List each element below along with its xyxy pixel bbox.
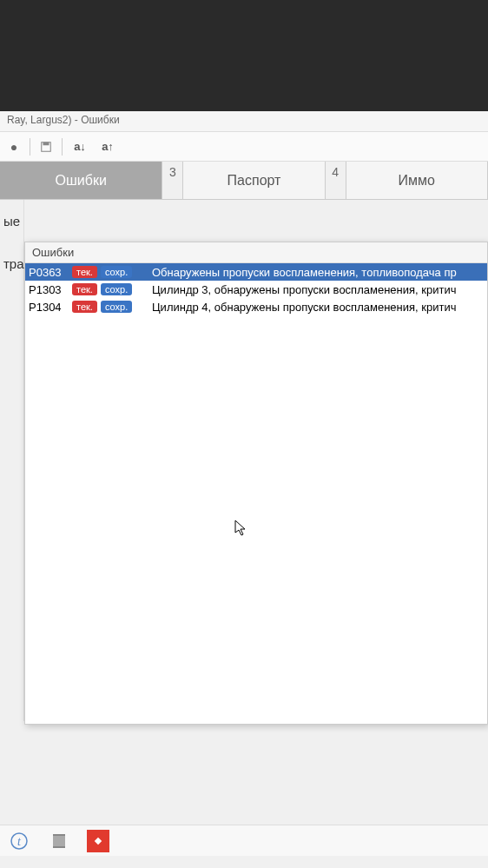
error-description: Цилиндр 4, обнаружены пропуски воспламен… [147,301,487,314]
error-row[interactable]: P1304 тек. сохр. Цилиндр 4, обнаружены п… [25,298,487,315]
film-strip-icon[interactable] [47,829,71,853]
info-icon[interactable]: t [7,829,31,853]
svg-text:t: t [17,835,22,848]
window-title: Ray, Largus2) - Ошибки [7,114,120,126]
error-badges: тек. сохр. [72,301,147,313]
text-decrease-button[interactable]: a↓ [68,136,92,157]
svg-rect-1 [43,142,49,145]
svg-rect-6 [53,846,65,848]
error-row[interactable]: P1303 тек. сохр. Цилиндр 3, обнаружены п… [25,281,487,298]
error-code: P1304 [25,301,72,314]
badge-current: тек. [72,283,97,295]
errors-list: P0363 тек. сохр. Обнаружены пропуски вос… [25,263,487,724]
tab-number: 4 [326,162,346,199]
badge-stored: сохр. [101,301,132,313]
toolbar-separator [30,138,30,156]
side-text-1: ые [0,200,23,242]
error-code: P0363 [25,266,72,279]
tab-label: Иммо [346,173,487,189]
tab-label: Ошибки [0,173,162,189]
badge-current: тек. [72,301,97,313]
tab-number: 3 [162,162,183,199]
badge-stored: сохр. [101,283,132,295]
badge-current: тек. [72,266,97,278]
error-code: P1303 [25,283,72,296]
text-increase-button[interactable]: a↑ [96,136,120,157]
record-button[interactable]: ● [3,136,24,157]
error-badges: тек. сохр. [72,266,147,278]
window-title-bar: Ray, Largus2) - Ошибки [0,111,488,132]
errors-panel-title: Ошибки [25,242,487,263]
error-description: Цилиндр 3, обнаружены пропуски воспламен… [147,283,487,296]
tab-errors[interactable]: Ошибки [0,162,162,199]
svg-rect-5 [53,834,65,836]
badge-stored: сохр. [101,266,132,278]
svg-rect-4 [53,834,65,848]
bottom-bar: t [0,825,488,856]
error-row[interactable]: P0363 тек. сохр. Обнаружены пропуски вос… [25,263,487,281]
svg-rect-7 [95,837,102,844]
errors-window: Ошибки P0363 тек. сохр. Обнаружены пропу… [24,242,488,725]
diamond-icon[interactable] [87,830,109,852]
side-text-2: тра [0,242,23,285]
tab-label: Паспорт [183,173,324,189]
tab-immo[interactable]: 4 Иммо [326,162,488,199]
tabs-container: Ошибки 3 Паспорт 4 Иммо [0,162,488,200]
toolbar-separator [62,138,63,156]
toolbar: ● a↓ a↑ [0,132,488,162]
side-column: ые тра [0,200,24,721]
save-button[interactable] [36,136,56,157]
error-description: Обнаружены пропуски воспламенения, топли… [147,266,487,279]
error-badges: тек. сохр. [72,283,147,295]
tab-passport[interactable]: 3 Паспорт [162,162,325,199]
